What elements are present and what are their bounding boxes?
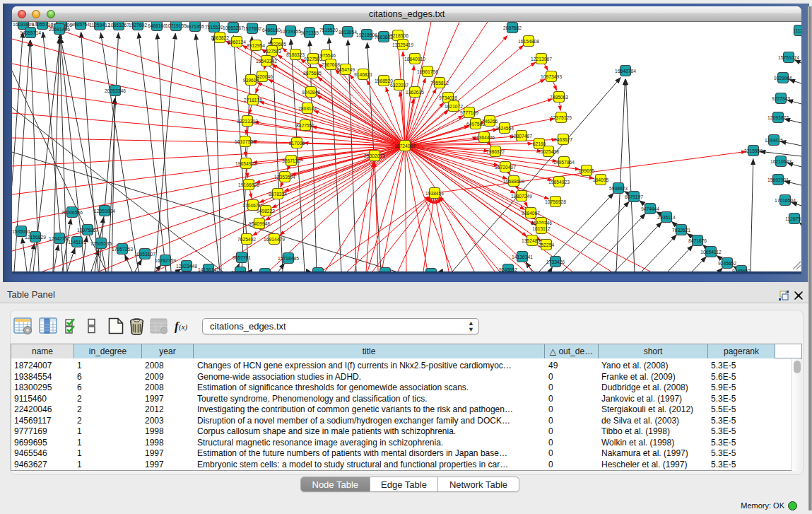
svg-text:1621072: 1621072 bbox=[445, 104, 463, 109]
svg-text:9146821: 9146821 bbox=[354, 72, 372, 77]
svg-text:8813054: 8813054 bbox=[339, 30, 357, 35]
svg-text:20206556: 20206556 bbox=[61, 210, 83, 215]
svg-text:1535001: 1535001 bbox=[12, 229, 30, 234]
svg-text:9671355: 9671355 bbox=[300, 30, 319, 35]
svg-text:9474444: 9474444 bbox=[641, 206, 659, 211]
svg-text:62160: 62160 bbox=[533, 141, 546, 146]
svg-text:7485063: 7485063 bbox=[550, 95, 568, 100]
svg-text:1733426: 1733426 bbox=[546, 259, 565, 264]
svg-text:14055714: 14055714 bbox=[20, 30, 41, 35]
svg-text:10953107: 10953107 bbox=[134, 252, 155, 257]
svg-text:16154808: 16154808 bbox=[518, 39, 539, 44]
svg-text:8186323: 8186323 bbox=[286, 52, 305, 57]
svg-text:12213303: 12213303 bbox=[237, 119, 258, 124]
svg-text:15718485: 15718485 bbox=[278, 256, 299, 261]
svg-text:18640910: 18640910 bbox=[404, 57, 425, 62]
svg-text:16033809: 16033809 bbox=[13, 22, 34, 27]
svg-text:9242848: 9242848 bbox=[302, 90, 320, 95]
svg-text:14957964: 14957964 bbox=[553, 160, 575, 165]
svg-text:10543342: 10543342 bbox=[256, 59, 277, 64]
svg-text:11122: 11122 bbox=[793, 28, 801, 33]
svg-text:9463627: 9463627 bbox=[554, 137, 572, 142]
svg-text:5938923: 5938923 bbox=[609, 186, 628, 191]
svg-text:2803144: 2803144 bbox=[298, 106, 317, 111]
svg-text:2087682: 2087682 bbox=[503, 25, 522, 30]
svg-text:7986322: 7986322 bbox=[486, 149, 505, 154]
svg-text:19166825: 19166825 bbox=[238, 182, 259, 187]
svg-text:1145191: 1145191 bbox=[68, 240, 86, 245]
svg-text:12093872: 12093872 bbox=[767, 115, 789, 120]
svg-text:16210643: 16210643 bbox=[770, 159, 792, 164]
svg-text:10025438: 10025438 bbox=[538, 149, 559, 154]
svg-text:21364436: 21364436 bbox=[473, 135, 495, 140]
svg-text:3267130: 3267130 bbox=[282, 158, 300, 163]
svg-text:10973493: 10973493 bbox=[541, 74, 562, 79]
svg-text:3624554: 3624554 bbox=[495, 126, 514, 131]
svg-text:12942757: 12942757 bbox=[49, 236, 70, 241]
svg-text:1527602: 1527602 bbox=[129, 23, 147, 28]
svg-text:939614: 939614 bbox=[243, 78, 259, 83]
svg-text:15692901: 15692901 bbox=[767, 177, 789, 182]
svg-text:3215958: 3215958 bbox=[744, 148, 763, 153]
svg-text:1527602: 1527602 bbox=[243, 26, 261, 31]
svg-text:9657791: 9657791 bbox=[233, 255, 251, 260]
svg-text:2935114: 2935114 bbox=[657, 215, 676, 220]
svg-text:16648784: 16648784 bbox=[615, 69, 636, 74]
svg-text:18807249: 18807249 bbox=[511, 194, 532, 199]
svg-text:817006: 817006 bbox=[289, 141, 305, 146]
svg-text:8905754: 8905754 bbox=[71, 22, 90, 27]
svg-text:699695: 699695 bbox=[579, 168, 595, 173]
svg-text:6679197: 6679197 bbox=[625, 194, 643, 199]
svg-text:10807487: 10807487 bbox=[511, 134, 532, 139]
svg-text:16961758: 16961758 bbox=[417, 69, 438, 74]
svg-text:25302073: 25302073 bbox=[364, 153, 385, 158]
svg-text:16914479: 16914479 bbox=[264, 237, 285, 242]
svg-text:6322037: 6322037 bbox=[390, 83, 408, 88]
svg-text:9777169: 9777169 bbox=[460, 110, 478, 115]
svg-text:20053346: 20053346 bbox=[105, 88, 126, 93]
svg-text:11259412: 11259412 bbox=[89, 23, 110, 28]
svg-text:1975546: 1975546 bbox=[317, 53, 336, 58]
svg-text:2367608: 2367608 bbox=[322, 62, 340, 67]
svg-text:14136141: 14136141 bbox=[512, 255, 533, 259]
svg-text:1362615: 1362615 bbox=[406, 90, 424, 95]
svg-text:10719155: 10719155 bbox=[165, 23, 187, 28]
svg-text:13325419: 13325419 bbox=[392, 42, 413, 47]
svg-text:12156829: 12156829 bbox=[25, 235, 46, 240]
svg-text:8875685: 8875685 bbox=[303, 71, 322, 76]
svg-text:15720407: 15720407 bbox=[495, 165, 516, 170]
svg-text:6466160: 6466160 bbox=[148, 23, 166, 28]
svg-text:8471676: 8471676 bbox=[688, 238, 707, 243]
svg-text:16409948: 16409948 bbox=[249, 221, 270, 226]
svg-text:9734028: 9734028 bbox=[439, 95, 457, 100]
svg-text:164095: 164095 bbox=[593, 177, 609, 182]
svg-text:7515520: 7515520 bbox=[205, 25, 223, 30]
svg-text:12359934: 12359934 bbox=[94, 209, 115, 214]
svg-text:17957253: 17957253 bbox=[112, 247, 133, 252]
svg-text:8878334: 8878334 bbox=[269, 192, 287, 197]
svg-text:10654112: 10654112 bbox=[700, 250, 722, 255]
svg-text:1615112: 1615112 bbox=[532, 226, 551, 231]
svg-text:12353594: 12353594 bbox=[274, 175, 295, 180]
svg-text:9227343: 9227343 bbox=[772, 96, 790, 101]
svg-text:10975867: 10975867 bbox=[77, 228, 98, 233]
svg-text:8912954: 8912954 bbox=[247, 43, 265, 48]
svg-text:7625402: 7625402 bbox=[237, 237, 256, 242]
svg-text:7663822: 7663822 bbox=[211, 35, 229, 40]
svg-text:8960124: 8960124 bbox=[228, 40, 246, 45]
svg-text:12923448: 12923448 bbox=[176, 264, 197, 269]
svg-text:9384067: 9384067 bbox=[522, 211, 540, 216]
svg-text:7955812: 7955812 bbox=[430, 81, 449, 86]
svg-text:16107553: 16107553 bbox=[235, 139, 256, 144]
svg-text:10756928: 10756928 bbox=[545, 199, 566, 204]
svg-text:19654923: 19654923 bbox=[548, 180, 570, 185]
svg-text:10688609: 10688609 bbox=[503, 179, 524, 184]
svg-text:19654923: 19654923 bbox=[235, 161, 257, 166]
svg-text:15751074: 15751074 bbox=[778, 55, 799, 60]
svg-text:12375125: 12375125 bbox=[551, 115, 572, 120]
svg-text:252254: 252254 bbox=[539, 243, 555, 247]
svg-text:746266: 746266 bbox=[482, 119, 498, 124]
svg-text:17016504: 17016504 bbox=[775, 198, 796, 203]
svg-text:9327503: 9327503 bbox=[263, 49, 281, 54]
svg-text:9671355: 9671355 bbox=[186, 24, 204, 29]
